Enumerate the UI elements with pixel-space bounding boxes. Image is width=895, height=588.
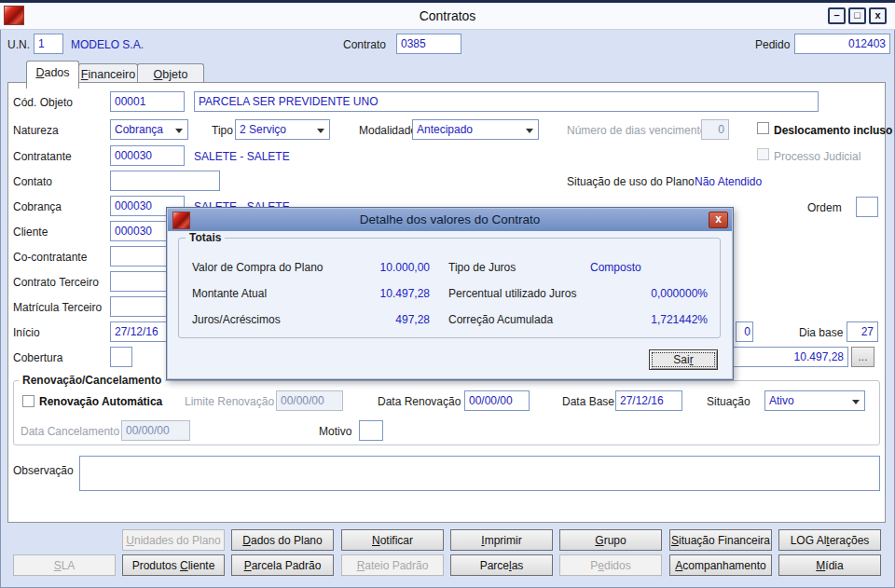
- natureza-select[interactable]: Cobrança: [110, 119, 188, 140]
- tipo-select[interactable]: 2 Serviço: [235, 119, 330, 140]
- motivo-input[interactable]: [359, 420, 383, 441]
- window-titlebar[interactable]: Contratos – □ x: [0, 0, 895, 30]
- pedidos-button: Pedidos: [559, 554, 662, 576]
- dia-base-input[interactable]: 27: [847, 321, 878, 342]
- montante-atual-value: 10.497,28: [307, 287, 430, 300]
- tipo-value: 2 Serviço: [240, 123, 286, 136]
- ordem-input[interactable]: [856, 197, 878, 217]
- contato-input[interactable]: [110, 171, 220, 191]
- natureza-value: Cobrança: [115, 123, 163, 136]
- pedido-input[interactable]: 012403: [794, 34, 890, 54]
- juros-acrescimos-value: 497,28: [307, 313, 430, 326]
- contrato-label: Contrato: [343, 38, 386, 51]
- dialog-title: Detalhe dos valores do Contrato: [168, 212, 732, 226]
- deslocamento-label: Deslocamento incluso: [774, 124, 892, 137]
- detalhe-valores-dialog: Detalhe dos valores do Contrato x Totais…: [166, 207, 734, 380]
- un-name: MODELO S.A.: [71, 38, 144, 51]
- renovacao-group-title: Renovação/Cancelamento: [19, 374, 165, 387]
- processo-judicial-label: Processo Judicial: [774, 150, 861, 163]
- imprimir-button[interactable]: Imprimir: [450, 529, 553, 551]
- totais-group-title: Totais: [186, 231, 225, 244]
- situacao-label: Situação: [707, 395, 750, 408]
- modalidade-value: Antecipado: [417, 123, 473, 136]
- inicio-label: Início: [13, 326, 40, 339]
- tipo-label: Tipo: [212, 124, 233, 137]
- contratante-name: SALETE - SALETE: [194, 150, 290, 163]
- co-contratante-label: Co-contratante: [13, 251, 87, 264]
- tipo-juros-label: Tipo de Juros: [448, 261, 516, 274]
- dias-small-input[interactable]: 0: [736, 321, 753, 342]
- natureza-label: Natureza: [13, 124, 59, 137]
- cod-objeto-description-input[interactable]: PARCELA SER PREVIDENTE UNO: [194, 91, 819, 112]
- close-icon: x: [874, 9, 880, 21]
- cod-objeto-label: Cód. Objeto: [13, 96, 73, 109]
- limite-renovacao-input: 00/00/00: [276, 390, 343, 411]
- contrato-input[interactable]: 0385: [396, 34, 461, 54]
- situacao-financeira-button[interactable]: Situação Financeira: [669, 529, 772, 551]
- data-cancelamento-label: Data Cancelamento: [21, 425, 119, 438]
- contato-label: Contato: [13, 175, 52, 188]
- ordem-label: Ordem: [807, 201, 842, 214]
- rateio-padrao-button: Rateio Padrão: [341, 554, 444, 576]
- cod-objeto-input[interactable]: 00001: [110, 91, 185, 112]
- correcao-acumulada-value: 1,721442%: [563, 313, 708, 326]
- montante-atual-label: Montante Atual: [192, 287, 267, 300]
- notificar-button[interactable]: Notificar: [341, 529, 444, 551]
- cliente-label: Cliente: [13, 226, 48, 239]
- deslocamento-checkbox[interactable]: [757, 122, 769, 134]
- cobertura-label: Cobertura: [13, 351, 62, 364]
- produtos-cliente-button[interactable]: Produtos Cliente: [122, 554, 225, 576]
- matricula-terceiro-label: Matrícula Terceiro: [13, 301, 102, 314]
- limite-renovacao-label: Limite Renovação: [185, 395, 274, 408]
- contrato-terceiro-label: Contrato Terceiro: [13, 276, 99, 289]
- valor-atual-browse-button[interactable]: ...: [851, 347, 874, 367]
- modalidade-select[interactable]: Antecipado: [412, 119, 539, 140]
- parcelas-button[interactable]: Parcelas: [450, 554, 553, 576]
- situacao-value: Ativo: [769, 394, 794, 407]
- dias-vencimento-label: Número de dias vencimento: [567, 124, 706, 137]
- cobertura-input[interactable]: [110, 347, 132, 367]
- dados-do-plano-button[interactable]: Dados do Plano: [231, 529, 334, 551]
- maximize-button[interactable]: □: [848, 7, 866, 24]
- log-alteracoes-button[interactable]: LOG Alterações: [778, 529, 881, 551]
- contratante-input[interactable]: 000030: [110, 145, 185, 166]
- close-button[interactable]: x: [869, 7, 887, 24]
- data-cancelamento-input: 00/00/00: [121, 420, 190, 441]
- chevron-down-icon: [317, 129, 324, 133]
- grupo-button[interactable]: Grupo: [559, 529, 662, 551]
- un-label: U.N.: [7, 38, 30, 51]
- data-renovacao-input[interactable]: 00/00/00: [464, 390, 530, 411]
- unidades-do-plano-button: Unidades do Plano: [122, 529, 225, 551]
- dialog-close-button[interactable]: x: [709, 212, 728, 228]
- chevron-down-icon: [852, 400, 860, 404]
- close-icon: x: [715, 212, 722, 226]
- sair-button[interactable]: Sair: [649, 349, 718, 370]
- minimize-button[interactable]: –: [828, 7, 846, 24]
- minimize-icon: –: [833, 9, 839, 21]
- valor-compra-value: 10.000,00: [307, 261, 430, 274]
- situacao-uso-value: Não Atendido: [695, 175, 762, 188]
- processo-judicial-checkbox: [757, 148, 769, 160]
- situacao-select[interactable]: Ativo: [764, 390, 865, 411]
- parcela-padrao-button[interactable]: Parcela Padrão: [231, 554, 334, 576]
- pedido-label: Pedido: [755, 38, 790, 51]
- tab-dados[interactable]: Dados: [26, 61, 79, 89]
- renovacao-automatica-checkbox[interactable]: [22, 395, 34, 407]
- situacao-uso-label: Situação de uso do Plano: [567, 175, 695, 188]
- motivo-label: Motivo: [319, 425, 351, 438]
- data-base-input[interactable]: 27/12/16: [615, 390, 682, 411]
- valor-compra-label: Valor de Compra do Plano: [192, 261, 324, 274]
- dialog-titlebar[interactable]: Detalhe dos valores do Contrato x: [168, 209, 732, 231]
- percentual-juros-value: 0,000000%: [563, 287, 708, 300]
- un-input[interactable]: 1: [34, 34, 63, 54]
- juros-acrescimos-label: Juros/Acréscimos: [192, 313, 281, 326]
- chevron-down-icon: [526, 129, 533, 133]
- midia-button[interactable]: Mídia: [778, 554, 881, 576]
- observacao-label: Observação: [13, 464, 74, 477]
- tipo-juros-value: Composto: [590, 261, 641, 274]
- observacao-textarea[interactable]: [79, 456, 880, 491]
- dias-vencimento-input: 0: [701, 119, 729, 140]
- maximize-icon: □: [854, 9, 861, 21]
- acompanhamento-button[interactable]: Acompanhamento: [669, 554, 772, 576]
- percentual-juros-label: Percentual utilizado Juros: [448, 287, 576, 300]
